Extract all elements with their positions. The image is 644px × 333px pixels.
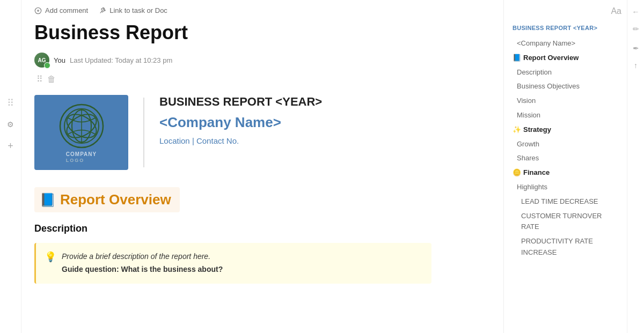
toc-title: BUSINESS REPORT <YEAR> xyxy=(504,25,627,31)
share-edge-icon[interactable]: ↑ xyxy=(634,61,638,70)
avatar: AG xyxy=(34,53,49,68)
collapse-icon[interactable]: ← xyxy=(632,8,640,16)
report-overview-title: Report Overview xyxy=(60,191,171,208)
settings-icon[interactable]: ⚙ xyxy=(4,118,17,131)
right-sidebar-toc: Aa BUSINESS REPORT <YEAR> <Company Name>… xyxy=(503,0,627,333)
main-content: Add comment Link to task or Doc Business… xyxy=(21,0,503,333)
right-edge-icons: ← ✏ ✒ ↑ xyxy=(627,0,644,333)
link-to-task-label: Link to task or Doc xyxy=(109,6,167,14)
callout-block: 💡 Provide a brief description of the rep… xyxy=(34,243,431,284)
cover-text: BUSINESS REPORT <YEAR> <Company Name> Lo… xyxy=(159,95,322,145)
toc-company-name[interactable]: <Company Name> xyxy=(504,36,627,51)
toc-item-lead-time[interactable]: LEAD TIME DECREASE xyxy=(504,195,627,209)
toc-item-highlights[interactable]: Highlights xyxy=(504,180,627,195)
author-name: You xyxy=(54,56,65,64)
report-overview-header: 📘 Report Overview xyxy=(34,187,180,212)
toc-item-finance[interactable]: 🪙 Finance xyxy=(504,166,627,180)
logo-subtext: LOGO xyxy=(66,158,85,163)
toc-item-shares[interactable]: Shares xyxy=(504,151,627,166)
drag-icon[interactable]: ⠿ xyxy=(36,74,43,84)
toolbar: Add comment Link to task or Doc xyxy=(34,6,491,14)
pen-icon[interactable]: ✒ xyxy=(633,44,639,53)
logo-company-text: COMPANY LOGO xyxy=(66,151,97,163)
sidebar-top-icons: Aa xyxy=(504,6,627,16)
callout-icon: 💡 xyxy=(45,250,56,264)
toc-item-mission[interactable]: Mission xyxy=(504,108,627,123)
cover-block: COMPANY LOGO BUSINESS REPORT <YEAR> <Com… xyxy=(34,95,491,170)
link-to-task-button[interactable]: Link to task or Doc xyxy=(99,6,167,14)
last-updated: Last Updated: Today at 10:23 pm xyxy=(70,56,172,64)
action-icons: ⠿ 🗑 xyxy=(36,74,491,84)
toc-item-report-overview[interactable]: 📘 Report Overview xyxy=(504,51,627,65)
delete-icon[interactable]: 🗑 xyxy=(47,75,56,84)
report-overview-icon: 📘 xyxy=(40,193,56,208)
toc-item-vision[interactable]: Vision xyxy=(504,94,627,108)
toc-book-icon: 📘 xyxy=(513,53,521,64)
company-logo: COMPANY LOGO xyxy=(34,95,128,170)
left-sidebar: ⠿ ⚙ + xyxy=(0,0,21,333)
toc-sparkle-icon: ✨ xyxy=(513,124,521,136)
toc-coin-icon: 🪙 xyxy=(513,167,521,179)
cover-report-title: BUSINESS REPORT <YEAR> xyxy=(159,95,322,109)
callout-text: Provide a brief description of the repor… xyxy=(62,250,223,276)
add-block-button[interactable]: + xyxy=(4,139,17,152)
toc-item-productivity[interactable]: PRODUCTIVITY RATE INCREASE xyxy=(504,234,627,260)
toc-item-business-objectives[interactable]: Business Objectives xyxy=(504,79,627,94)
add-comment-label: Add comment xyxy=(45,6,88,14)
author-row: AG You Last Updated: Today at 10:23 pm xyxy=(34,53,491,68)
edit-icon[interactable]: ✏ xyxy=(633,25,639,33)
cover-company-name: <Company Name> xyxy=(159,114,322,131)
toc-item-strategy[interactable]: ✨ Strategy xyxy=(504,123,627,137)
description-title: Description xyxy=(34,223,491,234)
add-comment-button[interactable]: Add comment xyxy=(34,6,88,14)
logo-svg xyxy=(57,102,106,150)
aa-icon[interactable]: Aa xyxy=(611,6,621,16)
cover-location-contact: Location | Contact No. xyxy=(159,136,322,145)
page-title: Business Report xyxy=(34,21,491,44)
toc-item-growth[interactable]: Growth xyxy=(504,137,627,152)
avatar-online-badge xyxy=(44,62,50,69)
drag-handle-icon[interactable]: ⠿ xyxy=(4,97,17,109)
toc-item-customer-turnover[interactable]: CUSTOMER TURNOVER RATE xyxy=(504,209,627,235)
toc-item-description[interactable]: Description xyxy=(504,65,627,80)
cover-divider xyxy=(143,98,144,167)
